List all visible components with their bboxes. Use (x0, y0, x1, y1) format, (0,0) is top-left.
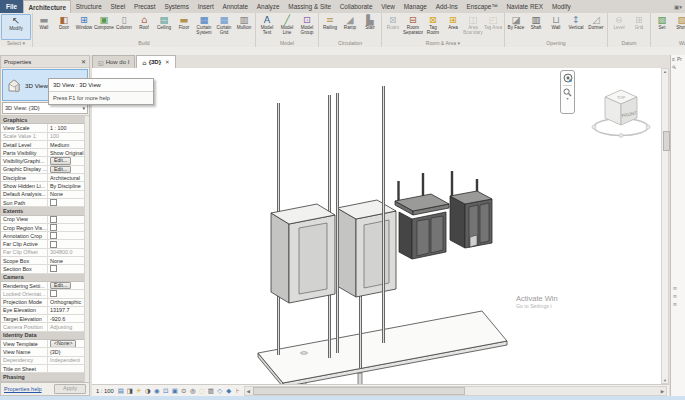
ribbon-tab-precast[interactable]: Precast (130, 0, 160, 13)
property-value[interactable] (48, 224, 89, 231)
property-value[interactable]: Orthographic (48, 299, 89, 306)
apply-button[interactable]: Apply (54, 384, 86, 394)
property-value[interactable] (48, 240, 89, 247)
level-button[interactable]: ⊖Level (609, 14, 629, 40)
elevator-cabin-light[interactable] (271, 204, 335, 303)
grid-button[interactable]: ⊞Grid (629, 14, 649, 40)
modify-button[interactable]: ↖Modify (1, 14, 31, 40)
ribbon-tab-systems[interactable]: Systems (160, 0, 193, 13)
far-clip-active-checkbox[interactable] (50, 241, 57, 248)
crop-region-vis-checkbox[interactable] (50, 224, 57, 231)
property-value[interactable]: Adjusting (48, 323, 89, 330)
rendering-setti-edit-button[interactable]: Edit... (50, 282, 71, 289)
ribbon-group-label[interactable]: Datum (609, 40, 649, 47)
platform-leg[interactable] (358, 373, 362, 384)
elevator-cabin-light[interactable] (337, 200, 396, 297)
section-header-identity-data[interactable]: Identity Data^ (1, 332, 89, 340)
reveal-hidden-elements-icon[interactable]: ◌ (198, 387, 206, 395)
ribbon-group-label[interactable]: Model (257, 40, 317, 47)
model-line-button[interactable]: ╱Model Line (277, 14, 297, 40)
properties-scrollbar[interactable] (84, 116, 89, 382)
rendering-dialog-icon[interactable]: ◉ (153, 387, 161, 395)
property-value[interactable]: Edit... (48, 157, 89, 164)
ribbon-tab-structure[interactable]: Structure (71, 0, 106, 13)
component-button[interactable]: ▣Component (94, 14, 114, 40)
property-value[interactable]: Medium (48, 141, 89, 148)
visual-style-icon[interactable]: ◨ (126, 387, 134, 395)
door-button[interactable]: ◧Door (54, 14, 74, 40)
tag-room-button[interactable]: ⊠Tag Room (423, 14, 443, 40)
ramp-button[interactable]: ◢Ramp (340, 14, 360, 40)
properties-panel-header[interactable]: Properties ✕ (1, 56, 89, 68)
area-button[interactable]: ⊞Area (443, 14, 463, 40)
property-value[interactable]: -920.6 (48, 315, 89, 322)
view-scale-button[interactable]: 1 : 100 (96, 388, 114, 394)
shaft-button[interactable]: ▥Shaft (526, 14, 546, 40)
ceiling-button[interactable]: ▤Ceiling (154, 14, 174, 40)
room-separator-button[interactable]: ⊟Room Separator (403, 14, 423, 40)
roof-button[interactable]: ⌂Roof (134, 14, 154, 40)
model-group-button[interactable]: ⊡Model Group (297, 14, 317, 40)
panel-menu-icon[interactable]: ≡ (672, 56, 675, 62)
locked-orientat-checkbox[interactable] (50, 290, 57, 297)
analytical-model-icon[interactable]: ◇ (216, 387, 224, 395)
curtain-system-button[interactable]: ▦Curtain System (194, 14, 214, 40)
ribbon-group-label[interactable]: Select ▾ (1, 40, 31, 47)
ribbon-tab-modify[interactable]: Modify (547, 0, 575, 13)
scroll-left-icon[interactable]: ◀ (245, 389, 252, 394)
file-tab[interactable]: File (0, 0, 23, 13)
property-value[interactable] (48, 232, 89, 239)
railing-button[interactable]: ≡Railing (320, 14, 340, 40)
section-header-phasing[interactable]: Phasing^ (1, 373, 89, 381)
vertical-button[interactable]: ↕Vertical (566, 14, 586, 40)
visibility-graphi-edit-button[interactable]: Edit... (50, 157, 71, 164)
section-header-graphics[interactable]: Graphics^ (1, 116, 89, 124)
pin-icon[interactable]: ⚲ (670, 64, 677, 71)
project-browser-edge[interactable]: ≡ Pr ⚲ ⊞⊞⊞ (670, 55, 685, 396)
scroll-down-icon[interactable]: ▼ (662, 378, 668, 383)
steering-wheel-icon[interactable] (563, 73, 573, 83)
ribbon-group-label[interactable]: Circulation (320, 40, 380, 47)
section-header-extents[interactable]: Extents^ (1, 207, 89, 215)
ribbon-tab-architecture[interactable]: Architecture (23, 0, 71, 13)
wall-button[interactable]: ⊔Wall (546, 14, 566, 40)
dormer-button[interactable]: ◿Dormer (586, 14, 606, 40)
property-value[interactable]: Edit... (48, 166, 89, 173)
scroll-up-icon[interactable]: ▲ (662, 69, 668, 74)
property-value[interactable]: {3D} (48, 348, 89, 355)
scroll-right-icon[interactable]: ▶ (659, 389, 666, 394)
ribbon-tab-massing-site[interactable]: Massing & Site (284, 0, 335, 13)
reveal-constraints-icon[interactable]: ⊦ (234, 387, 242, 395)
properties-help-link[interactable]: Properties help (4, 386, 42, 392)
section-box-checkbox[interactable] (50, 265, 57, 272)
ribbon-tab-naviate-rex[interactable]: Naviate REX (502, 0, 547, 13)
crop-view-checkbox[interactable] (50, 216, 57, 223)
displacement-sets-icon[interactable]: ◆ (225, 387, 233, 395)
property-value[interactable]: 13197.7 (48, 307, 89, 314)
shadows-icon[interactable]: ◑ (144, 387, 152, 395)
mullion-button[interactable]: ▥Mullion (234, 14, 254, 40)
detail-level-icon[interactable]: ▤ (117, 387, 125, 395)
horizontal-scrollbar[interactable]: ◀ ▶ (244, 386, 667, 396)
close-tab-icon[interactable]: ✕ (165, 59, 170, 65)
temporary-view-properties-icon[interactable]: ▥ (207, 387, 215, 395)
by-face-button[interactable]: ◪By Face (506, 14, 526, 40)
viewcube-top-label[interactable]: TOP (617, 95, 625, 100)
ribbon-group-label[interactable]: Work Plane (652, 40, 685, 47)
section-header-camera[interactable]: Camera^ (1, 274, 89, 282)
ribbon-tab-annotate[interactable]: Annotate (218, 0, 252, 13)
sun-path-checkbox[interactable] (50, 199, 57, 206)
view-template-edit-button[interactable]: <None> (50, 340, 76, 347)
property-value[interactable] (48, 265, 89, 272)
ribbon-tab-manage[interactable]: Manage (399, 0, 431, 13)
vertical-scroll-thumb[interactable] (663, 131, 670, 151)
elevator-cabin-dark[interactable] (395, 194, 449, 259)
ribbon-tab-view[interactable]: View (377, 0, 400, 13)
set-button[interactable]: ▧Set (652, 14, 672, 40)
property-value[interactable]: Show All (48, 382, 89, 383)
ribbon-tab-add-ins[interactable]: Add-Ins (431, 0, 462, 13)
window-button[interactable]: ⊞Window (74, 14, 94, 40)
crop-view-icon[interactable]: ⊡ (162, 387, 170, 395)
ribbon-tab-insert[interactable]: Insert (193, 0, 218, 13)
tree-expander-icons[interactable]: ⊞⊞⊞ (671, 286, 685, 307)
